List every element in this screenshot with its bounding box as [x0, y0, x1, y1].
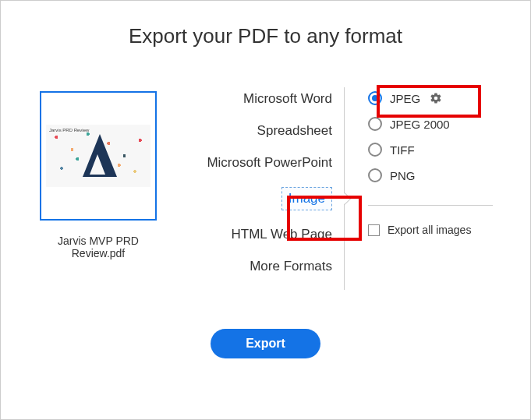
page-title: Export your PDF to any format	[16, 24, 515, 48]
export-all-images-checkbox[interactable]: Export all images	[368, 224, 493, 236]
thumbnail-image: Jarvis PRD Review	[46, 125, 150, 187]
format-category-list: Microsoft Word Spreadsheet Microsoft Pow…	[188, 91, 344, 290]
radio-label: JPEG 2000	[390, 118, 450, 131]
file-name-label: Jarvis MVP PRD Review.pdf	[32, 235, 165, 259]
format-category-image[interactable]: Image	[281, 187, 332, 210]
radio-icon	[368, 143, 382, 157]
format-category-spreadsheet[interactable]: Spreadsheet	[257, 123, 332, 139]
file-thumbnail[interactable]: Jarvis PRD Review	[40, 91, 157, 221]
radio-icon	[368, 117, 382, 131]
image-format-jpeg[interactable]: JPEG	[368, 91, 493, 105]
radio-icon	[368, 168, 382, 182]
checkbox-icon	[368, 224, 380, 236]
radio-label: PNG	[390, 169, 416, 182]
export-button[interactable]: Export	[211, 329, 320, 358]
checkbox-label: Export all images	[388, 224, 471, 236]
gear-icon[interactable]	[430, 92, 442, 104]
file-preview-panel: Jarvis PRD Review Jarvis MVP PRD Review.…	[32, 91, 165, 290]
format-category-html[interactable]: HTML Web Page	[232, 227, 332, 242]
format-category-word[interactable]: Microsoft Word	[243, 91, 332, 107]
thumbnail-caption: Jarvis PRD Review	[49, 128, 89, 132]
format-category-powerpoint[interactable]: Microsoft PowerPoint	[207, 155, 332, 171]
image-format-tiff[interactable]: TIFF	[368, 143, 493, 157]
image-format-jpeg2000[interactable]: JPEG 2000	[368, 117, 493, 131]
radio-label: JPEG	[390, 92, 420, 105]
image-format-options: JPEG JPEG 2000 TIFF PNG	[345, 91, 493, 290]
radio-label: TIFF	[390, 143, 415, 157]
radio-icon	[368, 91, 382, 105]
format-category-more[interactable]: More Formats	[250, 259, 332, 274]
image-format-png[interactable]: PNG	[368, 168, 493, 182]
horizontal-divider	[368, 205, 493, 206]
